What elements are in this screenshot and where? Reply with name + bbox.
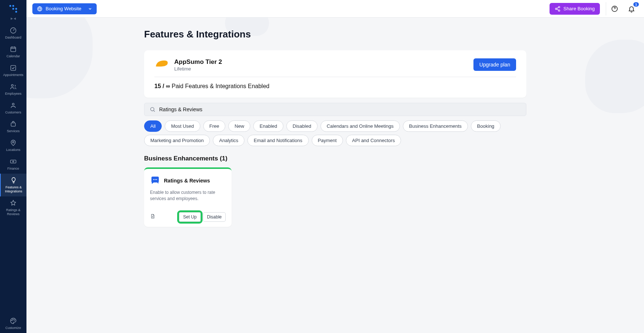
sidebar-item-dashboard[interactable]: Dashboard [0, 24, 26, 43]
filter-pill-enabled[interactable]: Enabled [253, 120, 283, 132]
sidebar-item-employees[interactable]: Employees [0, 80, 26, 99]
setup-button[interactable]: Set Up [179, 212, 201, 222]
sidebar-item-label: Dashboard [5, 36, 21, 40]
document-icon [150, 214, 155, 219]
filter-pill-calendars[interactable]: Calendars and Online Meetings [321, 120, 400, 132]
help-button[interactable] [606, 2, 619, 15]
customers-icon [10, 102, 17, 109]
plan-card: AppSumo Tier 2 Lifetime Upgrade plan 15 … [144, 50, 526, 98]
feature-description: Enable to allow customers to rate servic… [150, 189, 226, 202]
svg-point-16 [14, 320, 15, 321]
filter-pill-most-used[interactable]: Most Used [165, 120, 200, 132]
filter-pill-analytics[interactable]: Analytics [213, 135, 244, 146]
star-icon [10, 199, 17, 207]
share-booking-button[interactable]: Share Booking [550, 3, 600, 15]
sidebar-item-appointments[interactable]: Appointments [0, 61, 26, 80]
context-switcher[interactable]: Booking Website [32, 3, 97, 14]
check-square-icon [10, 64, 17, 72]
feature-docs-link[interactable] [150, 214, 155, 220]
context-label: Booking Website [46, 6, 81, 11]
search-icon [150, 106, 155, 112]
filter-pill-all[interactable]: All [144, 120, 162, 132]
upgrade-plan-button[interactable]: Upgrade plan [473, 58, 516, 71]
disable-button[interactable]: Disable [203, 212, 226, 222]
svg-point-24 [155, 179, 156, 180]
sidebar-item-customize[interactable]: Customize [0, 314, 26, 333]
section-title: Business Enhancements (1) [144, 155, 526, 162]
plan-term: Lifetime [174, 66, 468, 72]
globe-icon [37, 6, 43, 12]
app-logo[interactable] [6, 1, 21, 16]
sidebar-item-label: Features & Integrations [2, 185, 25, 193]
pin-icon [10, 139, 17, 146]
sidebar-item-label: Customize [6, 326, 21, 330]
appsumo-icon [154, 58, 169, 69]
feature-name: Ratings & Reviews [164, 178, 210, 184]
cash-icon [10, 158, 17, 165]
sidebar-item-customers[interactable]: Customers [0, 99, 26, 117]
svg-point-13 [12, 161, 14, 162]
topbar: Booking Website Share Booking 1 [26, 0, 644, 18]
sidebar-item-locations[interactable]: Locations [0, 136, 26, 155]
share-label: Share Booking [564, 6, 595, 11]
svg-point-15 [12, 319, 13, 320]
calendar-icon [10, 46, 17, 53]
content: Features & Integrations AppSumo Tier 2 L… [26, 18, 644, 333]
usage-count: 15 / ∞ [154, 83, 170, 89]
svg-rect-10 [11, 123, 15, 126]
filter-pill-marketing[interactable]: Marketing and Promotion [144, 135, 210, 146]
users-icon [10, 83, 17, 90]
palette-icon [10, 317, 17, 325]
filter-pills: All Most Used Free New Enabled Disabled … [144, 120, 526, 146]
svg-point-18 [558, 6, 560, 8]
svg-point-14 [11, 320, 12, 321]
feature-card-ratings-reviews: Ratings & Reviews Enable to allow custom… [144, 167, 232, 227]
sidebar-item-label: Locations [6, 148, 21, 152]
search-input[interactable] [159, 106, 521, 112]
svg-point-22 [151, 108, 154, 111]
filter-pill-api-connectors[interactable]: API and Connectors [346, 135, 401, 146]
plan-name: AppSumo Tier 2 [174, 58, 468, 66]
gauge-icon [10, 27, 17, 34]
share-icon [555, 6, 561, 12]
sidebar-item-label: Finance [7, 167, 19, 171]
sidebar-item-label: Employees [5, 92, 22, 96]
filter-pill-new[interactable]: New [228, 120, 250, 132]
svg-point-19 [555, 8, 557, 10]
sidebar-item-services[interactable]: Services [0, 117, 26, 136]
lightbulb-icon [10, 177, 17, 184]
svg-point-9 [12, 103, 14, 105]
svg-rect-6 [11, 47, 15, 52]
svg-point-20 [558, 10, 560, 11]
sidebar-item-ratings-reviews[interactable]: Ratings & Reviews [0, 196, 26, 219]
notifications-button[interactable]: 1 [625, 2, 638, 15]
main: Booking Website Share Booking 1 Features… [26, 0, 644, 333]
sidebar-item-label: Customers [5, 111, 21, 115]
svg-rect-7 [11, 65, 15, 70]
svg-point-25 [156, 179, 157, 180]
plan-usage: 15 / ∞ Paid Features & Integrations Enab… [154, 77, 516, 90]
sidebar-item-features-integrations[interactable]: Features & Integrations [0, 174, 26, 196]
page-title: Features & Integrations [144, 29, 526, 40]
filter-pill-disabled[interactable]: Disabled [286, 120, 318, 132]
notification-badge: 1 [633, 2, 639, 7]
usage-suffix: Paid Features & Integrations Enabled [170, 83, 269, 89]
sidebar-item-label: Calendar [7, 54, 20, 58]
svg-point-0 [10, 5, 11, 7]
svg-rect-12 [11, 160, 16, 163]
filter-pill-email-notifications[interactable]: Email and Notifications [247, 135, 308, 146]
chevron-down-icon [88, 7, 92, 11]
search-wrapper[interactable] [144, 103, 526, 116]
sidebar-item-calendar[interactable]: Calendar [0, 43, 26, 61]
filter-pill-payment[interactable]: Payment [312, 135, 343, 146]
sidebar-item-label: Ratings & Reviews [1, 208, 25, 216]
sidebar-item-finance[interactable]: Finance [0, 155, 26, 174]
svg-point-1 [12, 5, 14, 7]
svg-point-8 [11, 84, 13, 86]
sidebar-collapse-toggle[interactable]: ▶ ◀ [11, 17, 16, 20]
filter-pill-booking[interactable]: Booking [471, 120, 501, 132]
filter-pill-free[interactable]: Free [203, 120, 226, 132]
sidebar-item-label: Appointments [3, 73, 23, 77]
svg-point-4 [15, 11, 17, 13]
filter-pill-business-enhancements[interactable]: Business Enhancements [403, 120, 468, 132]
